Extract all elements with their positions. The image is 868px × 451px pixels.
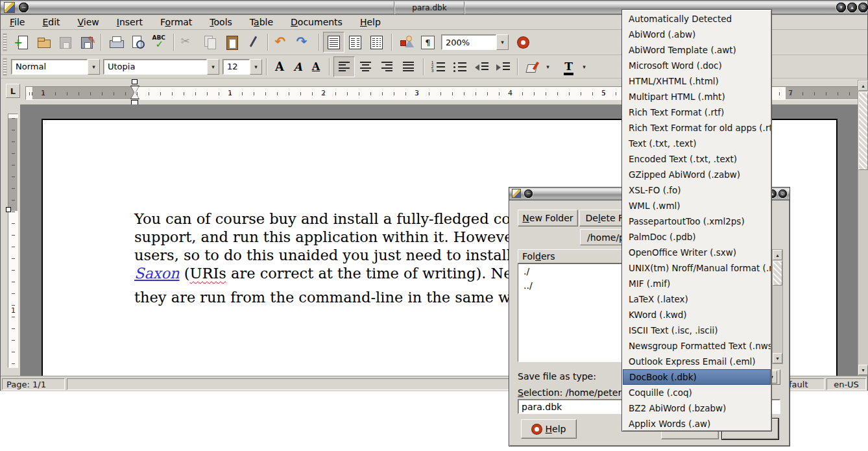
- scroll-up-arrow-icon[interactable]: ▴: [773, 250, 782, 260]
- folders-column-header[interactable]: Folders: [518, 249, 633, 263]
- menu-edit[interactable]: Edit: [42, 17, 60, 27]
- popup-item[interactable]: LaTeX (.latex): [623, 291, 771, 307]
- help-button[interactable]: [512, 32, 534, 53]
- paste-button[interactable]: [221, 32, 242, 53]
- zoom-dropdown-arrow-icon[interactable]: ▾: [496, 34, 509, 50]
- copy-button[interactable]: [199, 32, 221, 53]
- folder-item[interactable]: ./: [518, 264, 633, 278]
- toolbar-drag-handle[interactable]: [3, 58, 7, 76]
- popup-item[interactable]: PalmDoc (.pdb): [623, 229, 771, 245]
- menu-table[interactable]: Table: [250, 17, 273, 27]
- popup-item[interactable]: AbiWord Template (.awt): [623, 42, 771, 58]
- toolbar-drag-handle[interactable]: [3, 33, 7, 51]
- italic-button[interactable]: A: [289, 56, 307, 77]
- document-text[interactable]: You can of course buy and install a full…: [134, 210, 541, 306]
- font-color-dropdown-icon[interactable]: ▾: [579, 60, 589, 74]
- align-right-button[interactable]: [376, 56, 398, 77]
- font-color-button[interactable]: T: [558, 56, 579, 77]
- popup-item[interactable]: Encoded Text (.txt, .text): [623, 151, 771, 167]
- top-margin-marker[interactable]: [6, 207, 11, 212]
- popup-item[interactable]: Newsgroup Formatted Text (.nws): [623, 338, 771, 354]
- menu-file[interactable]: File: [10, 17, 25, 27]
- popup-item[interactable]: DocBook (.dbk): [623, 369, 771, 385]
- popup-item[interactable]: OpenOffice Writer (.sxw): [623, 245, 771, 260]
- popup-item[interactable]: Rich Text Format (.rtf): [623, 104, 771, 120]
- cut-button[interactable]: ✂: [178, 32, 199, 53]
- popup-item[interactable]: Rich Text Format for old apps (.rtf): [623, 120, 771, 136]
- popup-item[interactable]: AbiWord (.abw): [623, 27, 771, 42]
- popup-item[interactable]: Microsoft Word (.doc): [623, 58, 771, 73]
- view-two-column-button[interactable]: [344, 32, 366, 53]
- menu-insert[interactable]: Insert: [117, 17, 143, 27]
- font-size-value[interactable]: 12: [223, 59, 250, 75]
- first-line-indent-marker[interactable]: [132, 79, 138, 84]
- scrollbar-thumb[interactable]: [773, 261, 782, 286]
- popup-item[interactable]: Coquille (.coq): [623, 385, 771, 400]
- close-button[interactable]: ⊘: [858, 3, 868, 12]
- dialog-help-button[interactable]: Help: [521, 419, 577, 439]
- popup-item[interactable]: UNIX(tm) Nroff/Manual format (.nroff): [623, 260, 771, 276]
- increase-indent-button[interactable]: [492, 56, 513, 77]
- dialog-close-button[interactable]: ⊘: [778, 189, 787, 198]
- menu-documents[interactable]: Documents: [291, 17, 343, 27]
- folder-item[interactable]: ../: [518, 278, 633, 293]
- popup-item[interactable]: WML (.wml): [623, 198, 771, 213]
- popup-item[interactable]: PassepartoutToo (.xml2ps): [623, 213, 771, 229]
- spellcheck-button[interactable]: ABC✓: [148, 32, 169, 53]
- popup-item[interactable]: XSL-FO (.fo): [623, 182, 771, 198]
- new-document-button[interactable]: +: [11, 32, 32, 53]
- popup-item[interactable]: KWord (.kwd): [623, 307, 771, 323]
- popup-item[interactable]: HTML/XHTML (.html): [623, 73, 771, 89]
- menu-view[interactable]: View: [78, 17, 99, 27]
- popup-item[interactable]: Automatically Detected: [623, 11, 771, 27]
- dialog-window-menu-button[interactable]: −: [524, 189, 533, 198]
- format-painter-button[interactable]: [242, 32, 263, 53]
- popup-item[interactable]: Applix Words (.aw): [623, 416, 771, 432]
- save-button[interactable]: [54, 32, 75, 53]
- font-dropdown-arrow-icon[interactable]: ▾: [207, 59, 219, 75]
- document-vertical-scrollbar[interactable]: ▴ ▾: [858, 80, 868, 376]
- print-preview-button[interactable]: [127, 32, 148, 53]
- style-dropdown-arrow-icon[interactable]: ▾: [88, 59, 100, 75]
- popup-item[interactable]: Outlook Express Email (.eml): [623, 354, 771, 369]
- zoom-value[interactable]: 200%: [441, 34, 496, 50]
- maximize-button[interactable]: ▴: [847, 3, 857, 12]
- files-list-scrollbar[interactable]: ▴ ▾: [772, 249, 783, 364]
- left-indent-marker[interactable]: [130, 86, 139, 99]
- popup-item[interactable]: GZipped AbiWord (.zabw): [623, 167, 771, 182]
- hyperlink-text[interactable]: Saxon: [134, 265, 180, 282]
- bold-button[interactable]: A: [271, 56, 289, 77]
- view-normal-button[interactable]: [323, 32, 344, 53]
- popup-item[interactable]: MIF (.mif): [623, 276, 771, 291]
- highlight-color-dropdown-icon[interactable]: ▾: [543, 60, 553, 74]
- scroll-down-arrow-icon[interactable]: ▾: [858, 365, 868, 375]
- align-center-button[interactable]: [355, 56, 376, 77]
- font-size-dropdown-arrow-icon[interactable]: ▾: [250, 59, 262, 75]
- view-three-column-button[interactable]: [366, 32, 387, 53]
- save-as-button[interactable]: ✎: [75, 32, 97, 53]
- style-value[interactable]: Normal: [11, 59, 88, 75]
- highlight-color-button[interactable]: [522, 56, 543, 77]
- tab-stop-selector-button[interactable]: L: [6, 84, 20, 98]
- insert-shapes-button[interactable]: [396, 32, 417, 53]
- scrollbar-thumb[interactable]: [858, 92, 868, 170]
- folders-list[interactable]: ./../: [518, 263, 633, 362]
- font-value[interactable]: Utopia: [103, 59, 207, 75]
- scroll-up-arrow-icon[interactable]: ▴: [858, 80, 868, 91]
- menu-help[interactable]: Help: [360, 17, 381, 27]
- scroll-down-arrow-icon[interactable]: ▾: [773, 353, 782, 363]
- decrease-indent-button[interactable]: [470, 56, 492, 77]
- redo-button[interactable]: ↷: [293, 32, 315, 53]
- popup-item[interactable]: ISCII Text (.isc, .iscii): [623, 323, 771, 338]
- undo-button[interactable]: ↶: [272, 32, 293, 53]
- print-button[interactable]: [105, 32, 127, 53]
- align-justify-button[interactable]: [398, 56, 419, 77]
- menu-tools[interactable]: Tools: [210, 17, 232, 27]
- popup-item[interactable]: BZ2 AbiWord (.bzabw): [623, 400, 771, 416]
- indent-markers[interactable]: [130, 79, 140, 106]
- minimize-button[interactable]: ▾: [836, 3, 846, 12]
- window-menu-button[interactable]: −: [19, 3, 29, 12]
- show-formatting-marks-button[interactable]: ¶: [417, 32, 439, 53]
- new-folder-button[interactable]: New Folder: [518, 210, 578, 226]
- numbered-list-button[interactable]: 123: [428, 56, 449, 77]
